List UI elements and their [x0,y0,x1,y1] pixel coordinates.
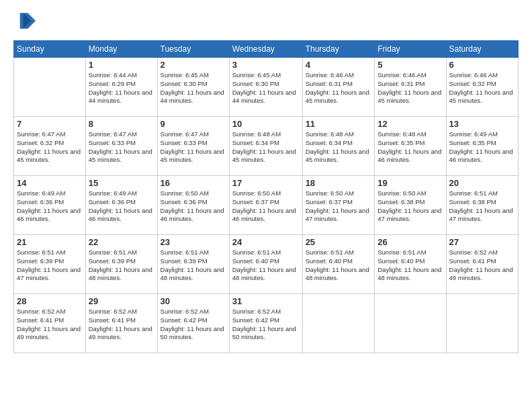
day-number: 5 [378,60,443,70]
day-number: 7 [17,119,83,129]
day-number: 24 [232,237,300,247]
calendar-cell: 18Sunrise: 6:50 AM Sunset: 6:37 PM Dayli… [302,176,375,235]
day-detail: Sunrise: 6:51 AM Sunset: 6:39 PM Dayligh… [17,248,83,283]
day-number: 19 [378,178,443,188]
day-detail: Sunrise: 6:46 AM Sunset: 6:32 PM Dayligh… [449,71,515,105]
day-number: 27 [449,237,515,247]
day-number: 23 [161,237,226,247]
calendar-cell: 9Sunrise: 6:47 AM Sunset: 6:33 PM Daylig… [157,117,229,176]
calendar-weekday-saturday: Saturday [446,41,518,58]
day-detail: Sunrise: 6:50 AM Sunset: 6:37 PM Dayligh… [306,189,372,224]
day-detail: Sunrise: 6:46 AM Sunset: 6:31 PM Dayligh… [378,71,443,105]
calendar-cell: 24Sunrise: 6:51 AM Sunset: 6:40 PM Dayli… [229,235,302,294]
day-detail: Sunrise: 6:51 AM Sunset: 6:40 PM Dayligh… [306,248,372,283]
day-detail: Sunrise: 6:51 AM Sunset: 6:40 PM Dayligh… [378,248,443,283]
calendar-weekday-tuesday: Tuesday [157,41,229,58]
day-number: 8 [89,119,154,129]
calendar-cell [446,294,518,353]
calendar-cell: 10Sunrise: 6:48 AM Sunset: 6:34 PM Dayli… [229,117,302,176]
day-number: 14 [17,178,83,188]
calendar-cell: 25Sunrise: 6:51 AM Sunset: 6:40 PM Dayli… [302,235,375,294]
calendar-cell: 31Sunrise: 6:52 AM Sunset: 6:42 PM Dayli… [229,294,302,353]
day-detail: Sunrise: 6:48 AM Sunset: 6:34 PM Dayligh… [306,130,372,165]
day-number: 18 [306,178,372,188]
calendar-weekday-sunday: Sunday [14,41,86,58]
day-number: 22 [89,237,154,247]
day-detail: Sunrise: 6:44 AM Sunset: 6:29 PM Dayligh… [89,71,154,105]
calendar-cell: 22Sunrise: 6:51 AM Sunset: 6:39 PM Dayli… [85,235,157,294]
calendar-cell: 5Sunrise: 6:46 AM Sunset: 6:31 PM Daylig… [375,58,446,117]
day-detail: Sunrise: 6:52 AM Sunset: 6:41 PM Dayligh… [17,308,83,342]
day-number: 15 [89,178,154,188]
day-number: 26 [378,237,443,247]
calendar-weekday-thursday: Thursday [302,41,375,58]
calendar-weekday-friday: Friday [375,41,446,58]
calendar-cell: 21Sunrise: 6:51 AM Sunset: 6:39 PM Dayli… [14,235,86,294]
calendar-cell: 7Sunrise: 6:47 AM Sunset: 6:32 PM Daylig… [14,117,86,176]
calendar-cell: 19Sunrise: 6:50 AM Sunset: 6:38 PM Dayli… [375,176,446,235]
day-detail: Sunrise: 6:50 AM Sunset: 6:37 PM Dayligh… [232,189,300,224]
calendar-cell: 29Sunrise: 6:52 AM Sunset: 6:41 PM Dayli… [85,294,157,353]
day-detail: Sunrise: 6:49 AM Sunset: 6:35 PM Dayligh… [449,130,515,165]
calendar-cell: 13Sunrise: 6:49 AM Sunset: 6:35 PM Dayli… [446,117,518,176]
day-number: 1 [89,60,154,70]
day-detail: Sunrise: 6:46 AM Sunset: 6:31 PM Dayligh… [306,71,372,105]
calendar-cell: 17Sunrise: 6:50 AM Sunset: 6:37 PM Dayli… [229,176,302,235]
calendar-week-row: 14Sunrise: 6:49 AM Sunset: 6:36 PM Dayli… [14,176,519,235]
calendar-cell: 4Sunrise: 6:46 AM Sunset: 6:31 PM Daylig… [302,58,375,117]
day-detail: Sunrise: 6:45 AM Sunset: 6:30 PM Dayligh… [232,71,300,105]
day-number: 31 [232,296,300,306]
calendar-cell [302,294,375,353]
day-detail: Sunrise: 6:47 AM Sunset: 6:33 PM Dayligh… [89,130,154,165]
page: SundayMondayTuesdayWednesdayThursdayFrid… [0,0,532,411]
header [13,11,519,34]
day-number: 17 [232,178,300,188]
calendar-header-row: SundayMondayTuesdayWednesdayThursdayFrid… [14,41,519,58]
calendar-cell: 28Sunrise: 6:52 AM Sunset: 6:41 PM Dayli… [14,294,86,353]
day-number: 9 [161,119,226,129]
day-number: 3 [232,60,300,70]
day-number: 4 [306,60,372,70]
day-detail: Sunrise: 6:52 AM Sunset: 6:41 PM Dayligh… [89,308,154,342]
calendar-cell [375,294,446,353]
day-number: 29 [89,296,154,306]
day-number: 10 [232,119,300,129]
day-detail: Sunrise: 6:49 AM Sunset: 6:36 PM Dayligh… [17,189,83,224]
calendar-cell: 27Sunrise: 6:52 AM Sunset: 6:41 PM Dayli… [446,235,518,294]
day-number: 6 [449,60,515,70]
day-detail: Sunrise: 6:48 AM Sunset: 6:35 PM Dayligh… [378,130,443,165]
calendar-cell: 14Sunrise: 6:49 AM Sunset: 6:36 PM Dayli… [14,176,86,235]
day-number: 30 [161,296,226,306]
calendar-week-row: 1Sunrise: 6:44 AM Sunset: 6:29 PM Daylig… [14,58,519,117]
calendar-cell: 8Sunrise: 6:47 AM Sunset: 6:33 PM Daylig… [85,117,157,176]
day-detail: Sunrise: 6:49 AM Sunset: 6:36 PM Dayligh… [89,189,154,224]
logo-icon [15,11,36,31]
day-number: 25 [306,237,372,247]
day-number: 12 [378,119,443,129]
calendar-cell: 12Sunrise: 6:48 AM Sunset: 6:35 PM Dayli… [375,117,446,176]
day-detail: Sunrise: 6:52 AM Sunset: 6:42 PM Dayligh… [232,308,300,342]
calendar-cell: 16Sunrise: 6:50 AM Sunset: 6:36 PM Dayli… [157,176,229,235]
calendar-cell: 15Sunrise: 6:49 AM Sunset: 6:36 PM Dayli… [85,176,157,235]
day-detail: Sunrise: 6:52 AM Sunset: 6:41 PM Dayligh… [449,248,515,283]
calendar-cell: 23Sunrise: 6:51 AM Sunset: 6:39 PM Dayli… [157,235,229,294]
calendar-week-row: 7Sunrise: 6:47 AM Sunset: 6:32 PM Daylig… [14,117,519,176]
day-detail: Sunrise: 6:51 AM Sunset: 6:38 PM Dayligh… [449,189,515,224]
day-detail: Sunrise: 6:47 AM Sunset: 6:32 PM Dayligh… [17,130,83,165]
day-number: 20 [449,178,515,188]
calendar-cell: 11Sunrise: 6:48 AM Sunset: 6:34 PM Dayli… [302,117,375,176]
day-detail: Sunrise: 6:47 AM Sunset: 6:33 PM Dayligh… [161,130,226,165]
calendar-week-row: 28Sunrise: 6:52 AM Sunset: 6:41 PM Dayli… [14,294,519,353]
calendar-cell: 3Sunrise: 6:45 AM Sunset: 6:30 PM Daylig… [229,58,302,117]
calendar-weekday-wednesday: Wednesday [229,41,302,58]
day-detail: Sunrise: 6:51 AM Sunset: 6:39 PM Dayligh… [161,248,226,283]
calendar-cell [14,58,86,117]
calendar-cell: 20Sunrise: 6:51 AM Sunset: 6:38 PM Dayli… [446,176,518,235]
day-number: 16 [161,178,226,188]
day-number: 2 [161,60,226,70]
calendar-cell: 30Sunrise: 6:52 AM Sunset: 6:42 PM Dayli… [157,294,229,353]
logo [13,11,36,34]
day-number: 13 [449,119,515,129]
calendar-cell: 26Sunrise: 6:51 AM Sunset: 6:40 PM Dayli… [375,235,446,294]
day-number: 11 [306,119,372,129]
